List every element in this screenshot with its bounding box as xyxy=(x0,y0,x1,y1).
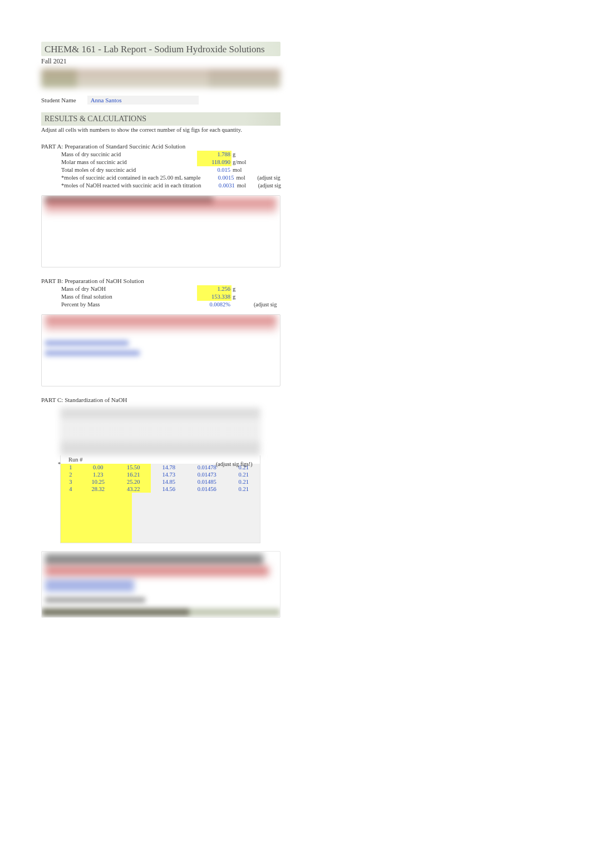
part-a-work-box xyxy=(41,195,280,267)
part-c-work-box xyxy=(41,551,280,618)
results-note: Adjust all cells with numbers to show th… xyxy=(41,127,280,133)
part-b-title: PART B: Prepararation of NaOH Solution xyxy=(41,277,280,284)
run-col-b-cell[interactable]: 43.22 xyxy=(116,485,151,493)
table-body: Run # 10.0015.5014.780.014780.2121.2316.… xyxy=(60,455,260,543)
value-label: Total moles of dry succinic acid xyxy=(41,166,197,174)
value-label: *moles of succinic acid contained in eac… xyxy=(41,174,200,182)
table-header-blurred xyxy=(60,408,260,455)
runs-table: 10.0015.5014.780.014780.2121.2316.2114.7… xyxy=(61,464,260,493)
results-header: RESULTS & CALCULATIONS xyxy=(41,112,280,126)
footnote-star: * xyxy=(58,461,61,467)
value-cell[interactable]: 1.256 xyxy=(197,285,232,293)
value-cell[interactable]: 0.015 xyxy=(197,166,232,174)
value-unit: mol xyxy=(236,182,258,190)
run-number-cell[interactable]: 1 xyxy=(61,464,81,471)
run-number-cell[interactable]: 2 xyxy=(61,471,81,478)
value-row: Percent by Mass0.0082%(adjust sig xyxy=(41,301,280,309)
value-unit: g/mol xyxy=(232,158,254,166)
adjust-sig-figs-note: (adjust sig figs!) xyxy=(216,461,253,467)
run-col-c-cell[interactable]: 14.73 xyxy=(151,471,186,478)
run-col-e-cell[interactable]: 0.21 xyxy=(228,471,260,478)
run-col-d-cell[interactable]: 0.01473 xyxy=(186,471,228,478)
value-cell[interactable]: 0.0031 xyxy=(201,182,236,190)
table-row: 428.3243.2214.560.014560.21 xyxy=(61,485,260,493)
part-c-table: Run # 10.0015.5014.780.014780.2121.2316.… xyxy=(60,408,260,543)
value-label: *moles of NaOH reacted with succinic aci… xyxy=(41,182,201,190)
value-unit: g xyxy=(232,293,254,301)
run-col-c-cell[interactable]: 14.56 xyxy=(151,485,186,493)
run-col-c-cell[interactable]: 14.85 xyxy=(151,478,186,485)
part-b-values: Mass of dry NaOH1.256gMass of final solu… xyxy=(41,285,280,309)
report-title: CHEM& 161 - Lab Report - Sodium Hydroxid… xyxy=(45,44,277,55)
run-col-b-cell[interactable]: 25.20 xyxy=(116,478,151,485)
part-a-title: PART A: Prepararation of Standard Succin… xyxy=(41,143,280,150)
run-col-d-cell[interactable]: 0.01456 xyxy=(186,485,228,493)
lab-report-sheet: CHEM& 161 - Lab Report - Sodium Hydroxid… xyxy=(41,42,280,618)
value-label: Mass of dry NaOH xyxy=(41,285,197,293)
table-row: 21.2316.2114.730.014730.21 xyxy=(61,471,260,478)
run-col-a-cell[interactable]: 28.32 xyxy=(81,485,116,493)
blurred-header-region xyxy=(41,69,280,88)
value-row: Mass of dry NaOH1.256g xyxy=(41,285,280,293)
run-col-d-cell[interactable]: 0.01485 xyxy=(186,478,228,485)
run-col-a-cell[interactable]: 10.25 xyxy=(81,478,116,485)
value-cell[interactable]: 118.090 xyxy=(197,158,232,166)
value-row: Mass of dry succinic acid1.788g xyxy=(41,151,280,158)
part-b-work-box xyxy=(41,314,280,386)
value-row: Molar mass of succinic acid118.090g/mol xyxy=(41,158,280,166)
run-col-b-cell[interactable]: 15.50 xyxy=(116,464,151,471)
value-cell[interactable]: 153.338 xyxy=(197,293,232,301)
value-label: Percent by Mass xyxy=(41,301,197,309)
value-unit: mol xyxy=(235,174,257,182)
value-row: *moles of succinic acid contained in eac… xyxy=(41,174,280,182)
run-col-c-cell[interactable]: 14.78 xyxy=(151,464,186,471)
value-row: Total moles of dry succinic acid0.015mol xyxy=(41,166,280,174)
value-note: (adjust sig xyxy=(254,301,287,309)
value-cell[interactable]: 1.788 xyxy=(197,151,232,158)
student-row: Student Name Anna Santos xyxy=(41,96,280,105)
run-number-cell[interactable]: 3 xyxy=(61,478,81,485)
value-row: Mass of final solution153.338g xyxy=(41,293,280,301)
value-cell[interactable]: 0.0082% xyxy=(197,301,232,309)
value-cell[interactable]: 0.0015 xyxy=(200,174,235,182)
value-unit: mol xyxy=(232,166,254,174)
run-col-b-cell[interactable]: 16.21 xyxy=(116,471,151,478)
run-number-cell[interactable]: 4 xyxy=(61,485,81,493)
value-label: Molar mass of succinic acid xyxy=(41,158,197,166)
part-a-values: Mass of dry succinic acid1.788gMolar mas… xyxy=(41,151,280,190)
table-empty-region xyxy=(61,493,260,543)
student-name-field[interactable]: Anna Santos xyxy=(87,96,199,105)
value-note: (adjust sig xyxy=(257,174,290,182)
student-name-value: Anna Santos xyxy=(91,97,122,103)
student-name-label: Student Name xyxy=(41,97,76,103)
table-row: 310.2525.2014.850.014850.21 xyxy=(61,478,260,485)
run-col-a-cell[interactable]: 0.00 xyxy=(81,464,116,471)
part-c-title: PART C: Standardization of NaOH xyxy=(41,396,280,403)
title-bar: CHEM& 161 - Lab Report - Sodium Hydroxid… xyxy=(41,42,280,56)
run-col-e-cell[interactable]: 0.21 xyxy=(228,485,260,493)
term-text: Fall 2021 xyxy=(41,57,280,66)
value-note: (adjust sig xyxy=(258,182,292,190)
value-unit: g xyxy=(232,285,254,293)
value-label: Mass of final solution xyxy=(41,293,197,301)
run-col-a-cell[interactable]: 1.23 xyxy=(81,471,116,478)
run-col-e-cell[interactable]: 0.21 xyxy=(228,478,260,485)
value-label: Mass of dry succinic acid xyxy=(41,151,197,158)
value-unit: g xyxy=(232,151,254,158)
value-row: *moles of NaOH reacted with succinic aci… xyxy=(41,182,280,190)
